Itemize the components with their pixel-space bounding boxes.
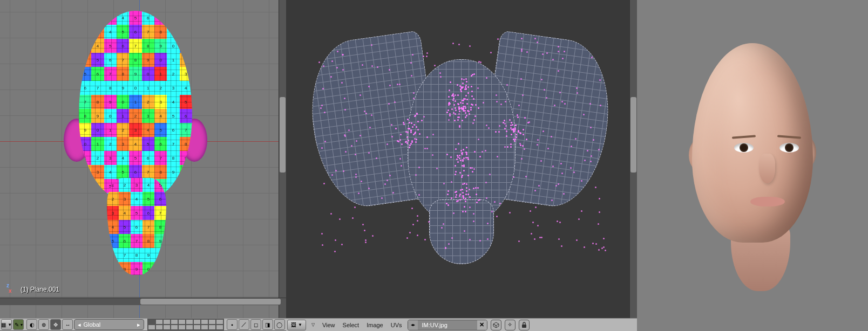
- uv-vertex[interactable]: [463, 170, 465, 171]
- uv-vertex[interactable]: [391, 124, 392, 126]
- uv-vertex[interactable]: [555, 185, 557, 187]
- uv-vertex[interactable]: [423, 116, 425, 118]
- viewport-scrollbar-horizontal[interactable]: [0, 298, 286, 305]
- menu-collapse-toggle[interactable]: ▽: [309, 322, 317, 327]
- uv-vertex[interactable]: [537, 144, 538, 146]
- uv-vertex[interactable]: [535, 206, 537, 208]
- uv-vertex[interactable]: [509, 212, 511, 213]
- uv-vertex[interactable]: [324, 141, 326, 142]
- uv-vertex[interactable]: [465, 198, 466, 199]
- uv-vertex[interactable]: [457, 161, 459, 163]
- uv-vertex[interactable]: [463, 195, 464, 197]
- uv-vertex[interactable]: [410, 143, 412, 144]
- uv-vertex[interactable]: [458, 143, 459, 144]
- scroll-thumb[interactable]: [630, 97, 636, 173]
- uv-vertex[interactable]: [364, 230, 365, 231]
- uv-vertex[interactable]: [460, 89, 462, 91]
- sel-mode-face[interactable]: ◻: [250, 319, 261, 330]
- uv-vertex[interactable]: [336, 67, 338, 68]
- uv-vertex[interactable]: [377, 66, 378, 68]
- uv-unwrap-mesh[interactable]: [302, 16, 618, 275]
- uv-vertex[interactable]: [478, 139, 479, 140]
- uv-vertex[interactable]: [451, 237, 453, 239]
- uv-vertex[interactable]: [417, 220, 418, 222]
- uv-vertex[interactable]: [321, 147, 323, 149]
- uv-vertex[interactable]: [499, 203, 501, 204]
- uv-vertex[interactable]: [532, 222, 534, 223]
- uv-vertex[interactable]: [496, 101, 498, 102]
- uv-vertex[interactable]: [406, 237, 408, 239]
- uv-vertex[interactable]: [339, 218, 341, 220]
- uv-vertex[interactable]: [389, 85, 391, 86]
- shading-menu[interactable]: ◐: [26, 319, 37, 330]
- image-name[interactable]: IM:UV.jpg: [418, 320, 477, 330]
- uv-vertex[interactable]: [412, 54, 413, 56]
- uv-vertex[interactable]: [462, 100, 463, 101]
- uv-vertex[interactable]: [471, 95, 473, 97]
- uv-vertex[interactable]: [449, 115, 451, 116]
- uv-vertex[interactable]: [516, 134, 517, 135]
- uv-vertex[interactable]: [406, 136, 408, 138]
- uv-vertex[interactable]: [413, 98, 415, 99]
- uv-vertex[interactable]: [575, 138, 577, 140]
- uv-vertex[interactable]: [459, 172, 461, 174]
- uv-vertex[interactable]: [455, 100, 456, 102]
- uv-vertex[interactable]: [352, 217, 354, 219]
- uv-vertex[interactable]: [408, 128, 409, 129]
- uv-vertex[interactable]: [521, 50, 523, 52]
- uv-vertex[interactable]: [365, 242, 367, 243]
- uv-vertex[interactable]: [426, 56, 428, 57]
- layer-buttons[interactable]: [147, 319, 224, 330]
- uv-vertex[interactable]: [344, 98, 345, 99]
- uv-vertex[interactable]: [476, 202, 478, 203]
- uv-vertex[interactable]: [462, 159, 464, 161]
- uv-vertex[interactable]: [458, 44, 460, 45]
- uv-vertex[interactable]: [400, 134, 402, 135]
- uv-vertex[interactable]: [441, 227, 443, 229]
- uv-vertex[interactable]: [466, 154, 467, 155]
- manipulator-toggle[interactable]: ✥: [50, 319, 61, 330]
- uv-vertex[interactable]: [344, 135, 346, 137]
- uv-vertex[interactable]: [409, 147, 410, 148]
- menu-select[interactable]: Select: [341, 322, 362, 328]
- uv-vertex[interactable]: [457, 84, 458, 86]
- uv-vertex[interactable]: [415, 141, 417, 143]
- uv-vertex[interactable]: [473, 213, 474, 215]
- uv-vertex[interactable]: [423, 56, 424, 57]
- uv-vertex[interactable]: [447, 204, 449, 206]
- uv-vertex[interactable]: [345, 151, 347, 153]
- uv-vertex[interactable]: [558, 70, 559, 72]
- uv-vertex[interactable]: [542, 130, 544, 132]
- uv-vertex[interactable]: [417, 235, 418, 236]
- image-datablock-field[interactable]: ◂▸ IM:UV.jpg ✕: [408, 320, 487, 330]
- uv-vertex[interactable]: [418, 167, 420, 168]
- uv-vertex[interactable]: [406, 142, 408, 144]
- uv-vertex[interactable]: [494, 201, 496, 203]
- edited-mesh-head[interactable]: 1234567892345678903456789014567890125678…: [58, 11, 213, 272]
- uv-vertex[interactable]: [407, 132, 409, 133]
- uv-vertex[interactable]: [464, 106, 466, 107]
- uv-vertex[interactable]: [485, 150, 486, 151]
- uv-vertex[interactable]: [348, 129, 350, 131]
- uv-vertex[interactable]: [448, 104, 450, 106]
- uv-vertex[interactable]: [467, 175, 469, 176]
- render-viewport[interactable]: [637, 0, 868, 331]
- uv-vertex[interactable]: [490, 52, 492, 53]
- uv-vertex[interactable]: [478, 61, 480, 63]
- uv-vertex[interactable]: [446, 154, 448, 155]
- uv-vertex[interactable]: [466, 103, 468, 105]
- uv-vertex[interactable]: [530, 210, 531, 212]
- occlude-toggle[interactable]: ◨: [262, 319, 273, 330]
- uv-vertex[interactable]: [417, 215, 418, 217]
- uv-vertex[interactable]: [523, 129, 524, 130]
- uv-vertex[interactable]: [411, 75, 412, 77]
- uv-vertex[interactable]: [480, 61, 482, 63]
- scroll-thumb[interactable]: [280, 97, 286, 173]
- uv-vertex[interactable]: [469, 45, 471, 47]
- uv-vertex[interactable]: [322, 244, 323, 246]
- uv-vertex[interactable]: [448, 96, 450, 98]
- uv-vertex[interactable]: [386, 180, 388, 181]
- uv-vertex[interactable]: [517, 116, 519, 118]
- uv-vertex[interactable]: [424, 148, 426, 149]
- uv-vertex[interactable]: [592, 243, 594, 244]
